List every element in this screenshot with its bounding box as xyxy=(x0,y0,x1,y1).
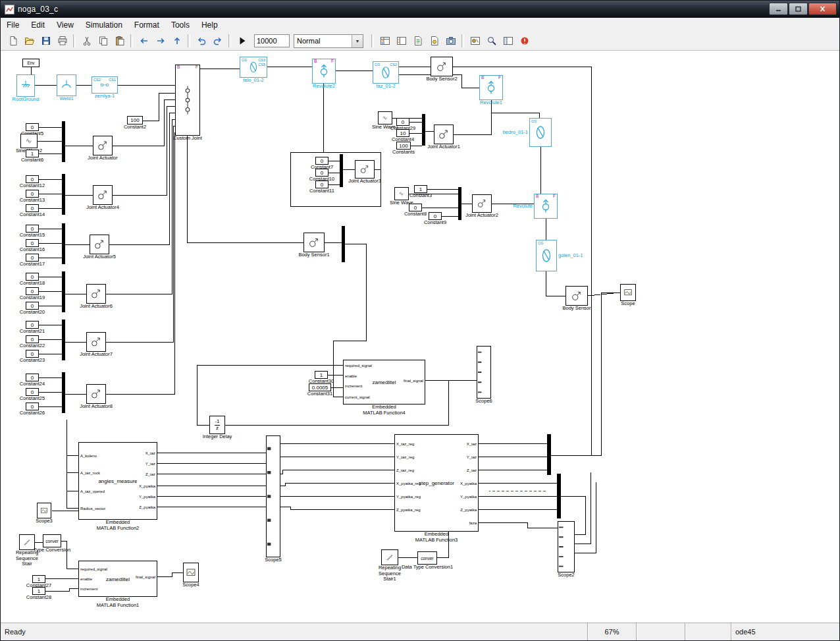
menu-view[interactable]: View xyxy=(51,19,80,31)
block-repeating-sequence-stair[interactable]: Repeating Sequence Stair xyxy=(19,534,35,550)
block-bedro-01-1[interactable]: CGbedro_01-1 xyxy=(529,118,552,147)
block-constant5b[interactable]: 100Constants xyxy=(396,142,411,150)
maximize-button[interactable] xyxy=(789,3,808,15)
block-constant31[interactable]: 0.0005Constant31 xyxy=(309,383,331,391)
block-scope6[interactable]: Scope6 xyxy=(477,346,491,399)
debug-button[interactable] xyxy=(467,33,483,49)
block-repeating-sequence-stair1[interactable]: Repeating Sequence Stair1 xyxy=(381,549,398,565)
block-joint-actuator2[interactable]: Joint Actuator2 xyxy=(472,194,492,213)
menu-simulation[interactable]: Simulation xyxy=(80,19,128,31)
block-joint-actuator8[interactable]: Joint Actuator8 xyxy=(86,384,106,404)
back-button[interactable] xyxy=(136,33,152,49)
block-mux4[interactable] xyxy=(62,271,65,312)
block-constant27[interactable]: 1Constant27 xyxy=(32,575,45,583)
save-model-button[interactable] xyxy=(38,33,54,49)
block-constant22[interactable]: 0Constant22 xyxy=(26,335,39,343)
block-type-conversion[interactable]: converType Conversion xyxy=(43,534,61,547)
block-mux6[interactable] xyxy=(62,372,65,413)
block-scope4[interactable]: Scope4 xyxy=(183,563,199,582)
block-emf2[interactable]: angles_measureA_kolenoA_taz_rockA_taz_vp… xyxy=(78,442,157,520)
menu-tools[interactable]: Tools xyxy=(165,19,196,31)
block-constant7[interactable]: 0Constant7 xyxy=(315,157,328,165)
block-mux3[interactable] xyxy=(62,223,65,264)
block-constant5[interactable]: 0Constant5 xyxy=(26,123,39,131)
block-scope3[interactable]: Scope3 xyxy=(37,503,51,518)
block-revolute2[interactable]: BFRevolute2 xyxy=(312,59,336,84)
block-integer-delay[interactable]: -1zInteger Delay xyxy=(209,416,225,434)
menu-help[interactable]: Help xyxy=(196,19,224,31)
block-scope[interactable]: Scope xyxy=(620,284,636,301)
menu-edit[interactable]: Edit xyxy=(25,19,51,31)
go-up-button[interactable] xyxy=(169,33,185,49)
sim-stop-time-input[interactable] xyxy=(254,34,290,47)
library-browser-button[interactable] xyxy=(377,33,393,49)
block-constant17[interactable]: 0Constant17 xyxy=(26,254,39,262)
new-model-button[interactable] xyxy=(5,33,21,49)
open-model-button[interactable] xyxy=(21,33,38,49)
block-zemlya-1[interactable]: CS2CS1zemlya-1 xyxy=(92,76,118,94)
block-mux1[interactable] xyxy=(62,121,65,162)
block-constant4[interactable]: 10Constant4 xyxy=(396,129,409,137)
block-mux12[interactable] xyxy=(557,474,561,518)
cut-button[interactable] xyxy=(78,33,95,49)
find-button[interactable] xyxy=(483,33,500,49)
block-mux8[interactable] xyxy=(340,154,343,187)
block-revolute[interactable]: BFRevolute xyxy=(534,194,558,219)
block-taz-01-2[interactable]: CGCS2taz_01-2 xyxy=(373,61,399,84)
model-browser-button[interactable] xyxy=(500,33,516,49)
forward-button[interactable] xyxy=(152,33,169,49)
block-constant23[interactable]: 0Constant23 xyxy=(26,350,39,358)
block-constant24[interactable]: 0Constant24 xyxy=(26,374,39,381)
block-constant9[interactable]: 0Constant9 xyxy=(429,212,442,220)
block-constant3[interactable]: 1Constant3 xyxy=(414,185,427,193)
block-constant18[interactable]: 0Constant18 xyxy=(26,273,39,281)
block-mux2[interactable] xyxy=(62,174,65,215)
block-body-sensor[interactable]: Body Sensor xyxy=(565,286,588,306)
block-constant8[interactable]: 0Constant8 xyxy=(409,204,422,211)
block-sine-wave1[interactable]: Sine Wave1 xyxy=(378,111,392,125)
undo-button[interactable] xyxy=(193,33,209,49)
block-custom-joint[interactable]: BFCustom Joint xyxy=(175,65,200,136)
block-mux9[interactable] xyxy=(458,187,461,220)
block-golen-01-1[interactable]: CGgolen_01-1 xyxy=(536,240,557,271)
generate-code-button[interactable] xyxy=(426,33,442,49)
block-constant25[interactable]: 0Constant25 xyxy=(26,388,39,396)
block-emf1[interactable]: zamedlitelrequired_signalenableincrement… xyxy=(78,561,157,597)
block-mux5[interactable] xyxy=(62,320,65,360)
block-sine-wave[interactable]: Sine Wave xyxy=(394,187,409,200)
diagram-canvas[interactable]: EnvRootGroundWeld1CS2CS1zemlya-1BFCustom… xyxy=(1,51,840,625)
block-constant14[interactable]: 0Constant14 xyxy=(26,204,39,212)
block-telo-01-2[interactable]: CGCS3 CS5telo_01-2 xyxy=(240,57,267,78)
block-constant16[interactable]: 0Constant16 xyxy=(26,239,39,247)
block-joint-actuator6[interactable]: Joint Actuator6 xyxy=(86,284,106,304)
block-joint-actuator1[interactable]: Joint Actuator1 xyxy=(434,125,454,144)
block-joint-actuator3[interactable]: Joint Actuator3 xyxy=(355,160,375,179)
block-scope5[interactable]: Scope5 xyxy=(266,435,280,557)
block-mux10[interactable] xyxy=(342,226,345,262)
block-constant30[interactable]: 1Constant30 xyxy=(315,371,328,379)
model-explorer-button[interactable] xyxy=(393,33,409,49)
block-constant20[interactable]: 0Constant20 xyxy=(26,302,39,310)
block-constant26[interactable]: 0Constant26 xyxy=(26,403,39,410)
snapshot-button[interactable] xyxy=(442,33,459,49)
close-button[interactable] xyxy=(808,3,837,15)
block-constant2[interactable]: 100Constant2 xyxy=(127,116,143,125)
block-scope2[interactable]: Scope2 xyxy=(558,521,575,572)
block-emf4[interactable]: zamedlitelrequired_signalenableincrement… xyxy=(343,360,425,404)
block-env[interactable]: Env xyxy=(22,59,39,67)
block-joint-actuator4[interactable]: Joint Actuator4 xyxy=(93,185,113,205)
block-constant28[interactable]: 1Constant28 xyxy=(32,587,45,595)
block-data-type-conversion1[interactable]: converData Type Conversion1 xyxy=(417,551,437,565)
block-joint-actuator[interactable]: Joint Actuator xyxy=(93,136,113,155)
block-mux11[interactable] xyxy=(547,434,551,475)
sim-mode-select[interactable]: Normal▼ xyxy=(294,34,363,48)
block-constant11[interactable]: 0Constant11 xyxy=(315,181,328,188)
block-constant12[interactable]: 0Constant12 xyxy=(26,175,39,183)
block-revolute1[interactable]: BFRevolute1 xyxy=(479,75,503,100)
copy-button[interactable] xyxy=(95,33,111,49)
minimize-button[interactable] xyxy=(769,3,788,15)
report-button[interactable] xyxy=(409,33,426,49)
paste-button[interactable] xyxy=(111,33,128,49)
print-button[interactable] xyxy=(54,33,70,49)
block-mux7[interactable] xyxy=(422,114,425,146)
